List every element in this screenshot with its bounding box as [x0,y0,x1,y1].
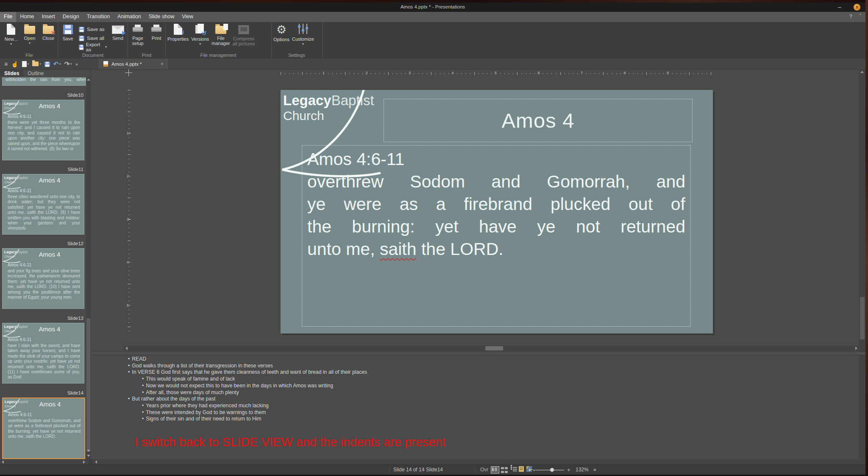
notes-splitter[interactable] [91,352,865,355]
menu-item-home[interactable]: Home [16,12,38,22]
export-as-icon [79,45,83,50]
speaker-notes[interactable]: •READ•God walks through a list of their … [128,356,721,423]
scroll-up-icon[interactable] [860,71,864,73]
minimize-button[interactable]: – [836,3,843,11]
ruler-number: 5 [494,71,498,75]
ribbon-group-file: New... ▾ Open ▾ ✕ Close File [2,22,57,59]
menu-item-slide-show[interactable]: Slide show [145,12,178,22]
scroll-down-icon[interactable] [87,455,90,457]
send-button[interactable]: Send [110,24,126,41]
toolbar-overflow-icon[interactable]: » [75,62,78,67]
export-as-button[interactable]: Export as ▾ [79,42,107,51]
slide-thumbnail[interactable]: LegacyBaptistChurch Amos 4 Amos 4:6-11 h… [2,323,84,384]
document-tab-close-icon[interactable]: × [161,61,164,67]
redo-button[interactable]: ↷▾ [64,60,72,68]
bottom-scrollbar-strip[interactable] [0,459,865,465]
panel-tab-slides[interactable]: Slides [0,70,23,76]
scroll-left-icon[interactable] [95,460,97,464]
panel-tab-outline[interactable]: Outline [23,70,48,76]
menu-item-view[interactable]: View [178,12,197,22]
save-as-button[interactable]: Save as [79,25,107,34]
close-button[interactable]: x [854,4,860,11]
quick-open-button[interactable]: ▾ [32,62,41,66]
quick-new-button[interactable]: ▾ [22,61,29,67]
slides-panel-scrollbar[interactable] [86,77,91,459]
outline-view-icon[interactable] [510,466,518,473]
menu-item-transition[interactable]: Transition [83,12,114,22]
quick-access-toolbar: ≡ ☝ ▾ ▾ ↶▾ ↷▾ » Amos 4.pptx * × [0,59,865,70]
slide-thumbnail[interactable]: LegacyBaptistChurch Amos 4 Amos 4:6-11 t… [2,174,84,235]
slide-thumbnail[interactable]: LegacyBaptistChurch Amos 4 Amos 4:6-11 t… [2,100,84,160]
compress-all-pictures-button: Compress all pictures [233,24,255,46]
slide-thumbnail-label: Slide14 [2,390,83,396]
scroll-left-icon[interactable] [125,347,128,350]
page-setup-button[interactable]: Page setup [130,24,146,46]
close-file-button[interactable]: ✕ Close [40,24,56,41]
open-folder-icon [24,26,35,34]
options-button[interactable]: ⚙ Options [273,24,289,42]
save-button[interactable]: Save [60,24,76,41]
save-icon [63,25,73,34]
compress-pictures-icon [238,25,249,34]
menu-item-file[interactable]: File [0,12,16,22]
menu-item-insert[interactable]: Insert [38,12,59,22]
menu-item-animation[interactable]: Animation [114,12,145,22]
body-placeholder[interactable]: Amos 4:6-11 overthrew Sodom and Gomorrah… [302,145,691,327]
slide-canvas[interactable]: LegacyBaptist Church Amos 4 Amos 4:6-11 … [281,90,713,333]
scroll-right-icon[interactable] [855,347,857,350]
open-button[interactable]: Open ▾ [22,24,38,45]
group-label-print: Print [128,53,165,58]
document-tab[interactable]: Amos 4.pptx * × [99,59,167,69]
notes-view-icon[interactable] [519,466,524,472]
help-icon[interactable]: ? [849,14,852,20]
zoom-level[interactable]: 132% [576,467,589,473]
slide-thumbnail[interactable]: LegacyBaptistChurch Amos 4 Amos 4:6-11 o… [2,398,85,459]
editor-horizontal-scrollbar[interactable] [124,346,860,351]
normal-view-icon[interactable] [491,466,499,473]
versions-button[interactable]: ↺ Versions ▾ [191,24,209,46]
touch-mode-icon[interactable]: ☝ [11,61,18,67]
slide-sorter-view-icon[interactable] [501,466,509,473]
page-setup-icon [133,25,143,34]
scrollbar-divider [89,459,92,465]
hamburger-menu-icon[interactable]: ≡ [4,61,8,67]
scroll-up-icon[interactable] [87,78,90,81]
scrollbar-thumb[interactable] [860,297,865,339]
zoom-slider-track[interactable] [535,470,564,470]
ribbon-group-print: Page setup Print Print [128,22,165,59]
view-options-caret-icon[interactable]: ▾ [533,468,535,472]
statusbar-overflow-icon[interactable]: » [593,467,596,473]
body-text-line: ye were as a firebrand plucked out of [307,193,685,216]
save-all-button[interactable]: Save all [79,34,107,42]
quick-save-button[interactable] [45,61,50,67]
zoom-out-button[interactable]: – [530,466,533,472]
slide-thumbnail[interactable]: LegacyBaptistChurch Amos 4 Amos 4:6-11 a… [2,248,84,309]
zoom-slider-thumb[interactable] [550,468,554,472]
scrollbar-thumb[interactable] [485,346,503,350]
title-placeholder[interactable]: Amos 4 [384,99,693,142]
scroll-right-icon[interactable] [83,460,85,464]
thumbnail-body-text: overthrew Sodom and Gomorrah, and ye wer… [8,418,81,440]
titlebar: Amos 4.pptx * - Presentations – x [0,3,865,12]
slide-thumbnail-partial[interactable]: withholden the rain from you, when [2,77,90,86]
collapse-ribbon-icon[interactable]: ˆ [860,14,861,20]
customize-button[interactable]: Customize ▾ [292,24,314,46]
scroll-left-icon[interactable] [2,460,4,464]
group-label-document: Document [58,53,127,58]
save-all-icon [79,36,84,41]
new-button[interactable]: New... ▾ [3,24,19,46]
overwrite-indicator[interactable]: Ovr [480,467,488,473]
file-manager-button[interactable]: File manager [211,24,230,46]
scroll-down-icon[interactable] [87,450,90,452]
print-button[interactable]: Print [148,24,164,41]
editor-vertical-scrollbar[interactable] [859,69,865,465]
scrollbar-thumb[interactable] [86,318,90,452]
menu-item-design[interactable]: Design [59,12,83,22]
zoom-in-button[interactable]: + [567,467,570,473]
ribbon-divider [271,23,272,58]
group-label-settings: Settings [272,53,321,58]
undo-button[interactable]: ↶▾ [53,60,61,68]
properties-button[interactable]: i Properties [167,24,189,42]
ribbon-divider [165,23,166,58]
thumbnail-verse-ref: Amos 4:6-11 [8,412,32,417]
